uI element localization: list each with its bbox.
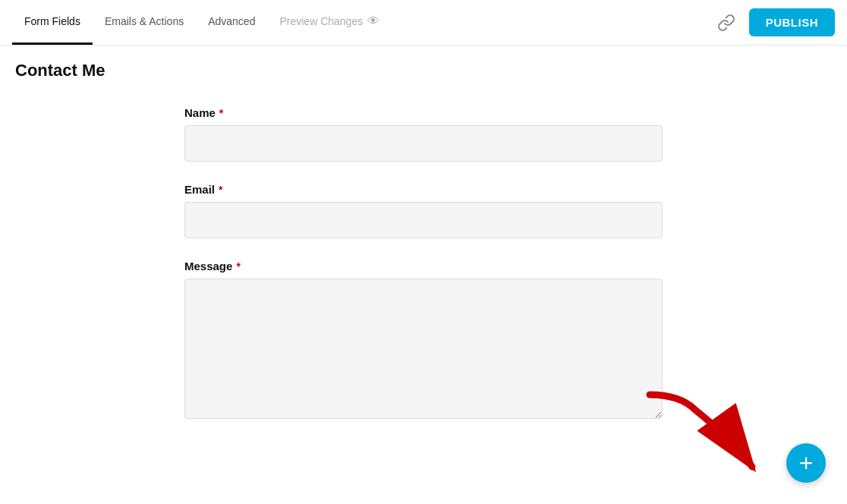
publish-button[interactable]: PUBLISH [749, 8, 835, 36]
name-required-star: * [219, 107, 223, 119]
name-field-group: Name* [184, 106, 663, 162]
eye-icon: 👁 [367, 14, 379, 28]
email-input[interactable] [184, 202, 663, 238]
message-field-label: Message* [184, 260, 663, 272]
tab-advanced[interactable]: Advanced [196, 0, 267, 45]
tab-advanced-label: Advanced [208, 15, 255, 27]
form-area: Name* Email* Message* [15, 99, 832, 443]
email-field-label: Email* [184, 183, 663, 196]
name-field-label: Name* [184, 106, 663, 119]
email-field-group: Email* [184, 183, 663, 238]
link-icon-button[interactable] [713, 9, 740, 36]
page-content: Contact Me Name* Email* Message* [0, 46, 847, 443]
tab-list: Form Fields Emails & Actions Advanced Pr… [12, 0, 392, 45]
email-required-star: * [219, 184, 222, 196]
link-icon [717, 14, 735, 32]
tab-preview-changes-label: Preview Changes [279, 15, 363, 27]
toolbar-right: PUBLISH [713, 8, 835, 36]
toolbar: Form Fields Emails & Actions Advanced Pr… [0, 0, 847, 46]
tab-form-fields-label: Form Fields [24, 15, 80, 27]
tab-emails-actions[interactable]: Emails & Actions [93, 0, 196, 45]
message-field-group: Message* [184, 260, 663, 422]
tab-preview-changes[interactable]: Preview Changes 👁 [267, 0, 392, 45]
name-input[interactable] [184, 125, 663, 162]
message-required-star: * [236, 260, 240, 272]
message-textarea[interactable] [184, 279, 663, 419]
tab-emails-actions-label: Emails & Actions [105, 15, 184, 27]
page-title: Contact Me [15, 61, 832, 80]
add-fab-button[interactable]: + [786, 443, 826, 483]
tab-form-fields[interactable]: Form Fields [12, 0, 93, 45]
